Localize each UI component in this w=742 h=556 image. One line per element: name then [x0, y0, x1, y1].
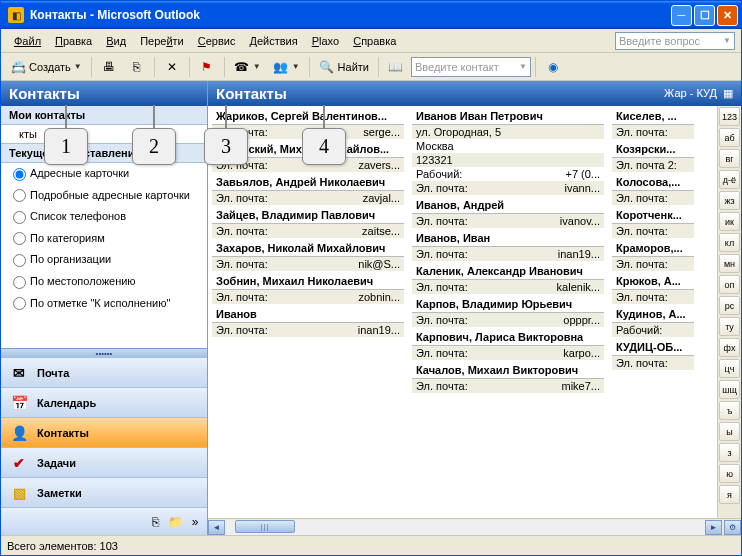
field-value: ivanov... [488, 215, 600, 227]
horizontal-scrollbar[interactable]: ◄ ||| ► ⚙ [208, 518, 741, 535]
contact-card[interactable]: Карпович, Лариса ВикторовнаЭл. почта:kar… [412, 329, 604, 360]
index-button[interactable]: я [719, 485, 740, 504]
index-button[interactable]: фх [719, 338, 740, 357]
contact-card[interactable]: КУДИЦ-ОБ...Эл. почта: [612, 339, 694, 370]
index-button[interactable]: жз [719, 191, 740, 210]
contact-search-box[interactable]: Введите контакт ▼ [411, 57, 531, 77]
contact-card[interactable]: Качалов, Михаил ВикторовичЭл. почта:mike… [412, 362, 604, 393]
index-button[interactable]: оп [719, 275, 740, 294]
index-button[interactable]: рс [719, 296, 740, 315]
view-radio[interactable] [13, 276, 26, 289]
contact-card[interactable]: Краморов,...Эл. почта: [612, 240, 694, 271]
new-button[interactable]: 📇 Создать ▼ [5, 56, 87, 78]
index-button[interactable]: цч [719, 359, 740, 378]
contact-card[interactable]: Киселев, ...Эл. почта: [612, 108, 694, 139]
index-button[interactable]: ы [719, 422, 740, 441]
copy-button[interactable]: ⎘ [124, 56, 150, 78]
flag-button[interactable]: ⚑ [194, 56, 220, 78]
contact-card[interactable]: Зайцев, Владимир ПавловичЭл. почта:zaits… [212, 207, 404, 238]
my-contacts-header[interactable]: Мои контакты [1, 106, 207, 125]
contact-name: Краморов,... [612, 240, 694, 257]
contact-card[interactable]: Крюков, А...Эл. почта: [612, 273, 694, 304]
flag-icon: ⚑ [199, 59, 215, 75]
menu-file[interactable]: Файл [7, 33, 48, 49]
contact-card[interactable]: Кудинов, А...Рабочий: [612, 306, 694, 337]
contacts-folder[interactable]: кты [1, 125, 207, 143]
menu-edit[interactable]: Правка [48, 33, 99, 49]
close-button[interactable]: ✕ [717, 5, 738, 26]
menu-service[interactable]: Сервис [191, 33, 243, 49]
contact-card[interactable]: ИвановЭл. почта:inan19... [212, 306, 404, 337]
configure-icon[interactable]: » [187, 514, 203, 530]
view-radio[interactable] [13, 168, 26, 181]
contact-card[interactable]: Завьялов, Андрей НиколаевичЭл. почта:zav… [212, 174, 404, 205]
ask-question-box[interactable]: Введите вопрос ▼ [615, 32, 735, 50]
mail-nav-button[interactable]: ✉Почта [1, 357, 207, 387]
menu-actions[interactable]: Действия [242, 33, 304, 49]
index-button[interactable]: д-ё [719, 170, 740, 189]
contact-card[interactable]: Колосова,...Эл. почта: [612, 174, 694, 205]
scroll-track[interactable]: ||| [225, 520, 705, 535]
notes-nav-button[interactable]: ▧Заметки [1, 477, 207, 507]
view-option[interactable]: По отметке "К исполнению" [1, 293, 207, 315]
menu-plaxo[interactable]: Plaxo [305, 33, 347, 49]
meeting-button[interactable]: 👥▼ [268, 56, 305, 78]
index-button[interactable]: 123 [719, 107, 740, 126]
folder-icon[interactable]: 📁 [167, 514, 183, 530]
contacts-nav-button[interactable]: 👤Контакты [1, 417, 207, 447]
index-button[interactable]: ю [719, 464, 740, 483]
menu-go[interactable]: Перейти [133, 33, 191, 49]
calendar-nav-button[interactable]: 📅Календарь [1, 387, 207, 417]
print-button[interactable]: 🖶 [96, 56, 122, 78]
find-button[interactable]: 🔍 Найти [314, 56, 374, 78]
contact-card[interactable]: Каленик, Александр ИвановичЭл. почта:kal… [412, 263, 604, 294]
menu-view[interactable]: Вид [99, 33, 133, 49]
contact-card[interactable]: Коротченк...Эл. почта: [612, 207, 694, 238]
view-radio[interactable] [13, 297, 26, 310]
field-label: Эл. почта: [416, 347, 488, 359]
index-button[interactable]: аб [719, 128, 740, 147]
addressbook-button[interactable]: 📖 [383, 56, 409, 78]
contact-card[interactable]: Захаров, Николай МихайловичЭл. почта:nik… [212, 240, 404, 271]
view-option[interactable]: По организации [1, 249, 207, 271]
view-radio[interactable] [13, 254, 26, 267]
view-option[interactable]: Адресные карточки [1, 163, 207, 185]
index-button[interactable]: з [719, 443, 740, 462]
minimize-button[interactable]: ─ [671, 5, 692, 26]
print-icon: 🖶 [101, 59, 117, 75]
index-button[interactable]: вг [719, 149, 740, 168]
view-option[interactable]: По категориям [1, 228, 207, 250]
index-button[interactable]: ик [719, 212, 740, 231]
view-option[interactable]: Подробные адресные карточки [1, 185, 207, 207]
view-radio[interactable] [13, 189, 26, 202]
nav-collapse-handle[interactable]: •••••• [1, 348, 207, 357]
view-radio[interactable] [13, 211, 26, 224]
maximize-button[interactable]: ☐ [694, 5, 715, 26]
index-button[interactable]: ту [719, 317, 740, 336]
view-radio[interactable] [13, 232, 26, 245]
view-option[interactable]: По местоположению [1, 271, 207, 293]
index-button[interactable]: шщ [719, 380, 740, 399]
index-button[interactable]: кл [719, 233, 740, 252]
scroll-right-button[interactable]: ► [705, 520, 722, 535]
contact-card[interactable]: Иванов Иван Петровичул. Огородная, 5Моск… [412, 108, 604, 195]
contact-card[interactable]: Иванов, ИванЭл. почта:inan19... [412, 230, 604, 261]
contact-card[interactable]: Иванов, АндрейЭл. почта:ivanov... [412, 197, 604, 228]
tasks-nav-button[interactable]: ✔Задачи [1, 447, 207, 477]
contact-card[interactable]: Козярски...Эл. почта 2: [612, 141, 694, 172]
scroll-left-button[interactable]: ◄ [208, 520, 225, 535]
current-view-header[interactable]: Текущее представление [1, 143, 207, 163]
shortcut-icon[interactable]: ⎘ [147, 514, 163, 530]
view-option[interactable]: Список телефонов [1, 206, 207, 228]
view-options-button[interactable]: ⚙ [724, 520, 741, 535]
help-button[interactable]: ◉ [540, 56, 566, 78]
contact-card[interactable]: Карпов, Владимир ЮрьевичЭл. почта:opppr.… [412, 296, 604, 327]
autodial-button[interactable]: ☎▼ [229, 56, 266, 78]
contact-card[interactable]: Зобнин, Михаил НиколаевичЭл. почта:zobni… [212, 273, 404, 304]
delete-button[interactable]: ✕ [159, 56, 185, 78]
contact-field: Эл. почта:ivann... [412, 181, 604, 195]
menu-help[interactable]: Справка [346, 33, 403, 49]
index-button[interactable]: ъ [719, 401, 740, 420]
index-button[interactable]: мн [719, 254, 740, 273]
scroll-thumb[interactable]: ||| [235, 520, 295, 533]
